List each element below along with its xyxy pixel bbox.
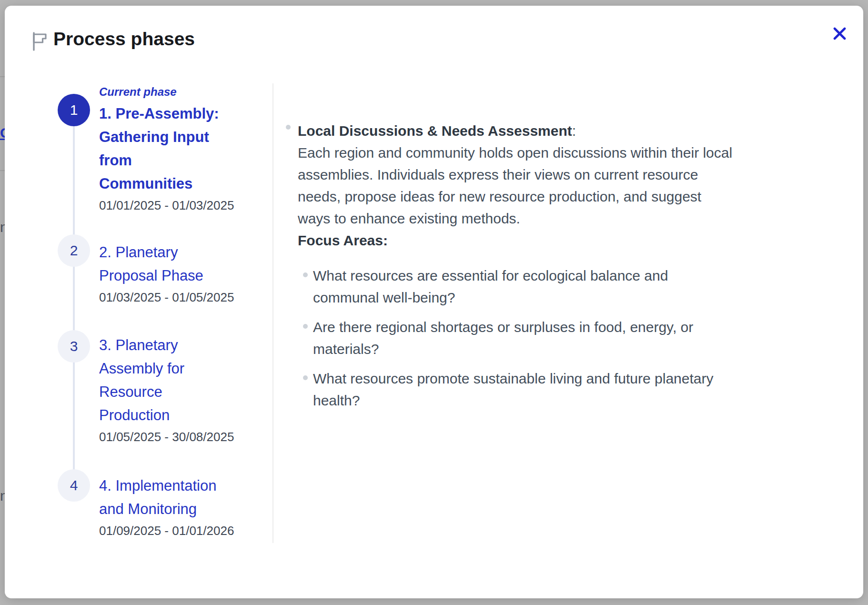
stepper-content-divider [273,83,273,543]
phase-step-indicator: 3 [58,330,90,363]
phase-step-indicator: 2 [58,234,90,267]
screen: G n n Process phases 1 Current phase [0,0,868,605]
phase-dates: 01/09/2025 - 01/01/2026 [99,523,227,539]
focus-question-text: What resources are essential for ecologi… [313,268,668,305]
bullet-icon [303,324,308,329]
phase-item-3: 3 3. Planetary Assembly for Resource Pro… [53,333,243,445]
process-phases-modal: Process phases 1 Current phase 1. Pre-As… [5,6,863,598]
phase-title-link[interactable]: 4. Implementation and Monitoring [99,474,227,521]
phase-item-1: 1 Current phase 1. Pre-Assembly: Gatheri… [53,85,243,213]
phase-item-4: 4 4. Implementation and Monitoring 01/09… [53,474,243,539]
focus-question-text: Are there regional shortages or surpluse… [313,319,693,357]
phase-dates: 01/03/2025 - 01/05/2025 [99,289,227,305]
phase-title-line: 3. Planetary [99,333,227,357]
focus-areas-list: What resources are essential for ecologi… [303,265,733,419]
phase-title-link[interactable]: 1. Pre-Assembly: Gathering Input from Co… [99,102,227,195]
phase-title-line: 1. Pre-Assembly: [99,102,227,125]
bullet-icon [286,125,291,130]
bullet-icon [303,375,308,380]
phase-title-line: Production [99,403,227,427]
current-phase-badge: Current phase [99,85,227,99]
flag-icon [31,31,49,53]
detail-text: Local Discussions & Needs Assessment: Ea… [298,120,736,252]
phase-title-link[interactable]: 3. Planetary Assembly for Resource Produ… [99,333,227,427]
detail-body: Each region and community holds open dis… [298,142,736,230]
modal-title: Process phases [53,29,195,50]
detail-title-colon: : [572,123,576,139]
focus-question-item: What resources promote sustainable livin… [303,368,733,412]
focus-question-item: What resources are essential for ecologi… [303,265,733,309]
phase-detail-item: Local Discussions & Needs Assessment: Ea… [286,120,736,252]
phase-title-line: Assembly for [99,357,227,380]
phase-title-line: from [99,149,227,172]
focus-question-text: What resources promote sustainable livin… [313,371,713,408]
phase-dates: 01/05/2025 - 30/08/2025 [99,429,227,445]
phase-dates: 01/01/2025 - 01/03/2025 [99,197,227,213]
phase-title-line: Resource [99,380,227,403]
phase-title-line: Proposal Phase [99,264,227,287]
phase-step-indicator: 4 [58,469,90,502]
detail-title: Local Discussions & Needs Assessment [298,123,572,139]
phase-title-line: Gathering Input [99,125,227,149]
close-button[interactable] [827,22,852,47]
close-icon [833,27,846,41]
phase-title-line: and Monitoring [99,497,227,521]
phase-step-indicator: 1 [58,94,90,126]
phase-title-line: Communities [99,172,227,195]
focus-areas-label: Focus Areas: [298,230,736,252]
phase-title-line: 4. Implementation [99,474,227,497]
phase-title-line: 2. Planetary [99,241,227,264]
bullet-icon [303,272,308,277]
phase-item-2: 2 2. Planetary Proposal Phase 01/03/2025… [53,241,243,305]
focus-question-item: Are there regional shortages or surpluse… [303,316,733,360]
phase-title-link[interactable]: 2. Planetary Proposal Phase [99,241,227,287]
